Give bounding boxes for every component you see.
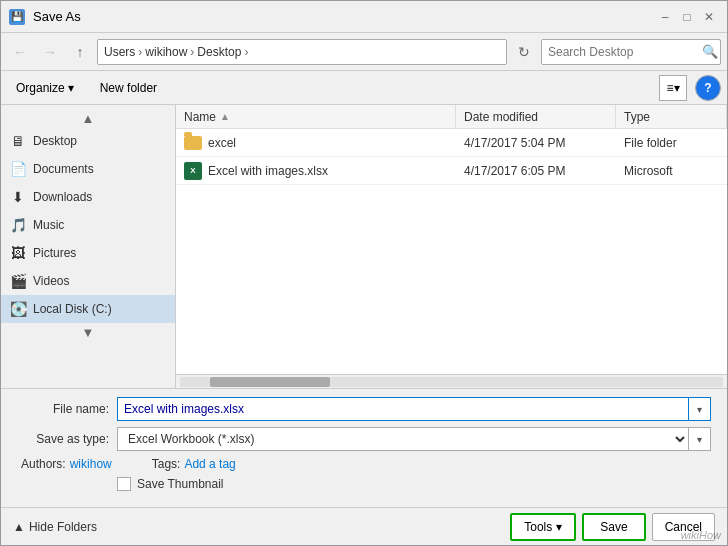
- file-cell-type: File folder: [616, 129, 727, 156]
- save-as-dialog: 💾 Save As – □ ✕ ← → ↑ Users › wikihow › …: [0, 0, 728, 546]
- hide-folders-icon: ▲: [13, 520, 25, 534]
- main-area: ▲ 🖥 Desktop 📄 Documents ⬇ Downloads 🎵 Mu…: [1, 105, 727, 388]
- view-icon: ≡: [666, 81, 673, 95]
- view-button[interactable]: ≡ ▾: [659, 75, 687, 101]
- xlsx-icon: X: [184, 162, 202, 180]
- path-item-1: Users: [104, 45, 135, 59]
- savetype-row: Save as type: Excel Workbook (*.xlsx) ▾: [17, 427, 711, 451]
- sidebar-item-local-disk[interactable]: 💽 Local Disk (C:): [1, 295, 175, 323]
- sidebar-item-label: Pictures: [33, 246, 76, 260]
- tools-label: Tools: [524, 520, 552, 534]
- file-list-header: Name ▲ Date modified Type: [176, 105, 727, 129]
- authors-label: Authors:: [21, 457, 66, 471]
- organize-button[interactable]: Organize ▾: [7, 75, 83, 101]
- tags-label: Tags:: [152, 457, 181, 471]
- table-row[interactable]: X Excel with images.xlsx 4/17/2017 6:05 …: [176, 157, 727, 185]
- refresh-icon: ↻: [518, 44, 530, 60]
- sidebar-scroll-down[interactable]: ▼: [1, 323, 175, 341]
- tools-button[interactable]: Tools ▾: [510, 513, 576, 541]
- footer-bar: ▲ Hide Folders Tools ▾ Save Cancel: [1, 507, 727, 545]
- new-folder-button[interactable]: New folder: [91, 75, 166, 101]
- sort-arrow: ▲: [220, 111, 230, 122]
- close-button[interactable]: ✕: [699, 7, 719, 27]
- toolbar: Organize ▾ New folder ≡ ▾ ?: [1, 71, 727, 105]
- authors-value[interactable]: wikihow: [70, 457, 112, 471]
- search-icon: 🔍: [702, 44, 718, 59]
- hide-folders-button[interactable]: ▲ Hide Folders: [13, 520, 97, 534]
- path-item-2: wikihow: [145, 45, 187, 59]
- refresh-button[interactable]: ↻: [511, 39, 537, 65]
- address-bar: ← → ↑ Users › wikihow › Desktop › ↻ 🔍: [1, 33, 727, 71]
- bottom-form-area: File name: ▾ Save as type: Excel Workboo…: [1, 388, 727, 507]
- search-input[interactable]: [548, 45, 698, 59]
- forward-icon: →: [43, 44, 57, 60]
- save-label: Save: [600, 520, 627, 534]
- back-button[interactable]: ←: [7, 39, 33, 65]
- hscroll-thumb: [210, 377, 330, 387]
- search-box[interactable]: 🔍: [541, 39, 721, 65]
- sidebar-item-documents[interactable]: 📄 Documents: [1, 155, 175, 183]
- savetype-label: Save as type:: [17, 432, 117, 446]
- col-header-type[interactable]: Type: [616, 105, 727, 128]
- window-title: Save As: [33, 9, 81, 24]
- dropdown-arrow-2: ▾: [697, 434, 702, 445]
- file-cell-type: Microsoft: [616, 157, 727, 184]
- tools-arrow: ▾: [556, 520, 562, 534]
- thumbnail-checkbox[interactable]: [117, 477, 131, 491]
- thumbnail-checkbox-label: Save Thumbnail: [137, 477, 224, 491]
- savetype-dropdown[interactable]: ▾: [689, 427, 711, 451]
- path-item-3: Desktop: [197, 45, 241, 59]
- address-path[interactable]: Users › wikihow › Desktop ›: [97, 39, 507, 65]
- back-icon: ←: [13, 44, 27, 60]
- sidebar-item-label: Music: [33, 218, 64, 232]
- sidebar-item-videos[interactable]: 🎬 Videos: [1, 267, 175, 295]
- organize-arrow: ▾: [68, 81, 74, 95]
- col-header-date[interactable]: Date modified: [456, 105, 616, 128]
- sidebar-item-label: Desktop: [33, 134, 77, 148]
- sidebar-item-label: Documents: [33, 162, 94, 176]
- minimize-button[interactable]: –: [655, 7, 675, 27]
- meta-row: Authors: wikihow Tags: Add a tag: [17, 457, 711, 471]
- forward-button[interactable]: →: [37, 39, 63, 65]
- hscroll-track: [180, 377, 723, 387]
- up-icon: ↑: [77, 44, 84, 60]
- sidebar: ▲ 🖥 Desktop 📄 Documents ⬇ Downloads 🎵 Mu…: [1, 105, 176, 388]
- tags-input[interactable]: Add a tag: [184, 457, 235, 471]
- file-list: Name ▲ Date modified Type excel: [176, 105, 727, 374]
- sidebar-scroll-up[interactable]: ▲: [1, 109, 175, 127]
- filename-label: File name:: [17, 402, 117, 416]
- dropdown-arrow: ▾: [697, 404, 702, 415]
- downloads-icon: ⬇: [9, 188, 27, 206]
- sidebar-item-pictures[interactable]: 🖼 Pictures: [1, 239, 175, 267]
- sidebar-item-label: Local Disk (C:): [33, 302, 112, 316]
- sidebar-item-label: Downloads: [33, 190, 92, 204]
- sidebar-item-downloads[interactable]: ⬇ Downloads: [1, 183, 175, 211]
- new-folder-label: New folder: [100, 81, 157, 95]
- thumbnail-row: Save Thumbnail: [17, 477, 711, 491]
- up-button[interactable]: ↑: [67, 39, 93, 65]
- file-cell-date: 4/17/2017 5:04 PM: [456, 129, 616, 156]
- help-button[interactable]: ?: [695, 75, 721, 101]
- videos-icon: 🎬: [9, 272, 27, 290]
- watermark: wikiHow: [681, 529, 721, 541]
- savetype-select[interactable]: Excel Workbook (*.xlsx): [117, 427, 689, 451]
- maximize-button[interactable]: □: [677, 7, 697, 27]
- sidebar-item-desktop[interactable]: 🖥 Desktop: [1, 127, 175, 155]
- table-row[interactable]: excel 4/17/2017 5:04 PM File folder: [176, 129, 727, 157]
- col-header-name[interactable]: Name ▲: [176, 105, 456, 128]
- title-bar-left: 💾 Save As: [9, 9, 81, 25]
- documents-icon: 📄: [9, 160, 27, 178]
- filename-row: File name: ▾: [17, 397, 711, 421]
- thumbnail-checkbox-wrapper[interactable]: Save Thumbnail: [117, 477, 224, 491]
- filename-dropdown[interactable]: ▾: [689, 397, 711, 421]
- horizontal-scrollbar[interactable]: [176, 374, 727, 388]
- save-button[interactable]: Save: [582, 513, 645, 541]
- filename-input[interactable]: [117, 397, 689, 421]
- hide-folders-label: Hide Folders: [29, 520, 97, 534]
- sidebar-item-music[interactable]: 🎵 Music: [1, 211, 175, 239]
- pictures-icon: 🖼: [9, 244, 27, 262]
- folder-icon: [184, 136, 202, 150]
- file-cell-name: excel: [176, 129, 456, 156]
- window-icon: 💾: [9, 9, 25, 25]
- desktop-icon: 🖥: [9, 132, 27, 150]
